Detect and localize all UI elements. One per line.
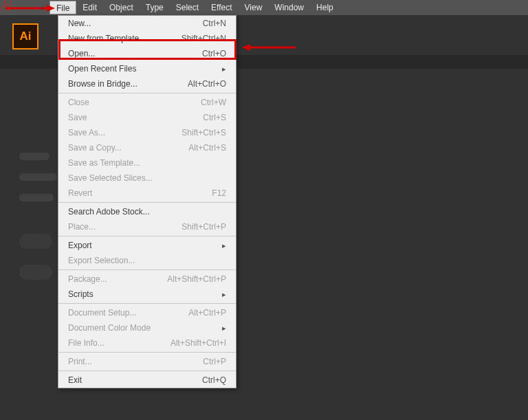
menu-item-package: Package...Alt+Shift+Ctrl+P [58, 272, 236, 287]
menu-separator [58, 236, 236, 236]
sidebar-placeholder [19, 153, 50, 160]
menu-item-shortcut: F12 [212, 188, 226, 198]
menu-item-label: Open... [68, 49, 95, 58]
menu-item-shortcut: Ctrl+Q [202, 375, 226, 385]
menu-item-label: Scripts [68, 289, 94, 299]
menu-help[interactable]: Help [310, 0, 340, 15]
sidebar-button-placeholder [19, 234, 52, 249]
menu-window[interactable]: Window [268, 0, 310, 15]
menu-item-shortcut: Shift+Ctrl+S [182, 128, 226, 137]
menu-item-browse-in-bridge[interactable]: Browse in Bridge...Alt+Ctrl+O [58, 76, 236, 91]
menu-effect[interactable]: Effect [205, 0, 238, 15]
menu-item-shortcut: Alt+Shift+Ctrl+P [167, 274, 226, 284]
menu-item-shortcut: Alt+Ctrl+O [188, 79, 226, 89]
menu-item-shortcut: Ctrl+O [202, 49, 226, 58]
menu-item-save-as: Save As...Shift+Ctrl+S [58, 125, 236, 140]
menu-item-label: Save Selected Slices... [68, 173, 153, 183]
menu-item-label: Open Recent Files [68, 64, 136, 74]
menu-item-open[interactable]: Open...Ctrl+O [58, 46, 236, 61]
submenu-arrow-icon: ▸ [222, 324, 226, 333]
sidebar-button-placeholder [19, 265, 52, 280]
menu-item-shortcut: Alt+Ctrl+S [188, 143, 226, 153]
menu-file[interactable]: File [50, 1, 76, 14]
menu-item-revert: RevertF12 [58, 186, 236, 201]
menu-item-label: Save As... [68, 128, 105, 137]
menu-separator [58, 303, 236, 304]
menubar-dots-icon: . . [37, 3, 43, 10]
menu-separator [58, 371, 236, 371]
menu-item-place: Place...Shift+Ctrl+P [58, 219, 236, 234]
menu-item-file-info: File Info...Alt+Shift+Ctrl+I [58, 335, 236, 351]
menu-item-label: Close [68, 98, 89, 107]
app-logo: Ai [12, 23, 38, 49]
menu-separator [58, 202, 236, 203]
menu-type[interactable]: Type [140, 0, 170, 15]
menu-item-search-adobe-stock[interactable]: Search Adobe Stock... [58, 204, 236, 219]
menu-item-shortcut: Alt+Ctrl+P [188, 308, 226, 318]
menu-item-label: Print... [68, 357, 92, 366]
menu-item-label: Exit [68, 375, 82, 385]
sidebar-placeholder [19, 173, 57, 181]
menu-item-save: SaveCtrl+S [58, 110, 236, 125]
menu-item-label: Package... [68, 274, 107, 284]
menu-separator [58, 93, 236, 93]
menu-item-exit[interactable]: ExitCtrl+Q [58, 373, 236, 388]
menu-item-label: Place... [68, 222, 96, 232]
sidebar-placeholder [19, 194, 54, 201]
menu-item-label: Save a Copy... [68, 143, 122, 153]
menu-item-label: Search Adobe Stock... [68, 207, 150, 217]
title-logo-text: Ai [0, 0, 12, 14]
menu-item-label: File Info... [68, 338, 104, 348]
menu-item-shortcut: Ctrl+P [203, 357, 226, 366]
submenu-arrow-icon: ▸ [222, 65, 226, 74]
menu-view[interactable]: View [239, 0, 269, 15]
menu-select[interactable]: Select [170, 0, 205, 15]
menu-separator [58, 269, 236, 270]
menu-item-shortcut: Ctrl+N [203, 19, 226, 28]
menu-item-scripts[interactable]: Scripts▸ [58, 287, 236, 302]
menu-edit[interactable]: Edit [76, 0, 103, 15]
menu-item-label: Revert [68, 188, 92, 198]
menu-item-save-selected-slices: Save Selected Slices... [58, 170, 236, 186]
submenu-arrow-icon: ▸ [222, 290, 226, 299]
menu-item-close: CloseCtrl+W [58, 95, 236, 110]
menu-item-label: Document Setup... [68, 308, 136, 318]
menu-item-shortcut: Alt+Shift+Ctrl+I [170, 338, 226, 348]
menu-item-document-color-mode: Document Color Mode▸ [58, 320, 236, 335]
menu-item-save-as-template: Save as Template... [58, 155, 236, 170]
menu-item-open-recent-files[interactable]: Open Recent Files▸ [58, 61, 236, 76]
menu-item-label: Save [68, 113, 87, 122]
menu-item-label: Document Color Mode [68, 323, 151, 333]
menu-separator [58, 352, 236, 353]
app-window: Ai Ai . . File Edit Object Type Select E… [0, 0, 528, 420]
menu-item-new-from-template[interactable]: New from Template...Shift+Ctrl+N [58, 31, 236, 46]
submenu-arrow-icon: ▸ [222, 241, 226, 250]
menu-item-export[interactable]: Export▸ [58, 238, 236, 253]
menu-item-shortcut: Ctrl+W [201, 98, 226, 107]
menu-item-print: Print...Ctrl+P [58, 354, 236, 369]
menu-item-label: New... [68, 19, 91, 28]
menu-item-shortcut: Ctrl+S [203, 113, 226, 122]
menubar: Ai . . File Edit Object Type Select Effe… [0, 0, 528, 15]
menu-item-label: Export Selection... [68, 256, 135, 265]
file-menu-dropdown: New...Ctrl+NNew from Template...Shift+Ct… [58, 15, 236, 388]
menu-item-document-setup: Document Setup...Alt+Ctrl+P [58, 305, 236, 320]
menu-item-label: New from Template... [68, 34, 146, 43]
menu-item-label: Save as Template... [68, 158, 140, 168]
menu-object[interactable]: Object [103, 0, 140, 15]
menu-item-shortcut: Shift+Ctrl+N [182, 34, 226, 43]
menu-item-new[interactable]: New...Ctrl+N [58, 16, 236, 31]
menu-item-shortcut: Shift+Ctrl+P [182, 222, 226, 232]
menu-item-label: Browse in Bridge... [68, 79, 138, 89]
menu-item-export-selection: Export Selection... [58, 253, 236, 268]
menu-item-label: Export [68, 241, 92, 250]
menu-item-save-a-copy: Save a Copy...Alt+Ctrl+S [58, 140, 236, 155]
